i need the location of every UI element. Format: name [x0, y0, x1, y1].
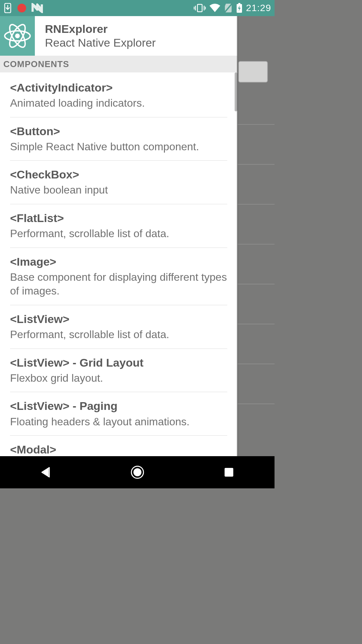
- home-button[interactable]: [117, 465, 158, 480]
- drawer-header: RNExplorer React Native Explorer: [0, 16, 237, 56]
- vibrate-icon: [194, 3, 206, 13]
- list-item-desc: Native boolean input: [10, 183, 227, 197]
- list-item-desc: Animated loading indicators.: [10, 96, 227, 110]
- list-item-title: <Image>: [10, 255, 227, 268]
- back-button[interactable]: [26, 466, 66, 478]
- wifi-icon: [209, 4, 221, 12]
- nougat-icon: [32, 3, 43, 13]
- list-item-desc: Simple React Native button component.: [10, 140, 227, 154]
- background-search-box: [238, 61, 268, 83]
- list-item-title: <Button>: [10, 125, 227, 138]
- list-item-title: <FlatList>: [10, 212, 227, 225]
- list-item[interactable]: <CheckBox> Native boolean input: [10, 161, 227, 204]
- list-item-desc: Base component for displaying different …: [10, 270, 227, 298]
- list-item[interactable]: <Modal> Component for presenting modal v…: [10, 436, 227, 456]
- drawer-shadow: [237, 16, 239, 456]
- list-item[interactable]: <ListView> - Paging Floating headers & l…: [10, 392, 227, 436]
- components-list[interactable]: <ActivityIndicator> Animated loading ind…: [0, 72, 237, 456]
- list-item-title: <Modal>: [10, 443, 227, 456]
- recents-button[interactable]: [209, 467, 249, 478]
- record-icon: [17, 3, 27, 13]
- app-subtitle: React Native Explorer: [45, 36, 237, 49]
- android-navbar: [0, 456, 275, 488]
- list-item-title: <ActivityIndicator>: [10, 81, 227, 94]
- list-item-title: <ListView> - Grid Layout: [10, 356, 227, 369]
- status-right: 21:29: [194, 3, 271, 13]
- no-sim-icon: [224, 3, 233, 13]
- list-item-desc: Performant, scrollable list of data.: [10, 328, 227, 342]
- svg-rect-12: [225, 468, 233, 477]
- section-header-label: COMPONENTS: [3, 59, 69, 69]
- list-item[interactable]: <ListView> Performant, scrollable list o…: [10, 305, 227, 349]
- battery-charging-icon: [236, 3, 243, 13]
- drawer-title-block: RNExplorer React Native Explorer: [35, 16, 237, 56]
- list-item-title: <ListView> - Paging: [10, 399, 227, 413]
- list-item-desc: Performant, scrollable list of data.: [10, 227, 227, 241]
- status-time: 21:29: [246, 3, 271, 13]
- list-item-title: <CheckBox>: [10, 168, 227, 181]
- list-item[interactable]: <ActivityIndicator> Animated loading ind…: [10, 72, 227, 117]
- react-logo-icon: [0, 16, 35, 56]
- download-icon: [3, 3, 12, 13]
- svg-point-1: [17, 4, 26, 12]
- svg-point-11: [133, 468, 141, 476]
- list-item[interactable]: <ListView> - Grid Layout Flexbox grid la…: [10, 349, 227, 392]
- svg-point-9: [15, 34, 20, 38]
- list-item[interactable]: <Image> Base component for displaying di…: [10, 248, 227, 305]
- app-title: RNExplorer: [45, 22, 237, 36]
- list-item[interactable]: <FlatList> Performant, scrollable list o…: [10, 204, 227, 248]
- section-header-components: COMPONENTS: [0, 56, 237, 72]
- status-bar: 21:29: [0, 0, 275, 16]
- svg-rect-2: [197, 4, 202, 12]
- status-left: [3, 3, 43, 13]
- background-rows: [238, 124, 275, 443]
- navigation-drawer[interactable]: RNExplorer React Native Explorer COMPONE…: [0, 16, 237, 456]
- list-item[interactable]: <Button> Simple React Native button comp…: [10, 117, 227, 161]
- list-item-desc: Flexbox grid layout.: [10, 371, 227, 385]
- svg-rect-5: [238, 3, 240, 4]
- list-item-desc: Floating headers & layout animations.: [10, 415, 227, 429]
- list-item-title: <ListView>: [10, 313, 227, 326]
